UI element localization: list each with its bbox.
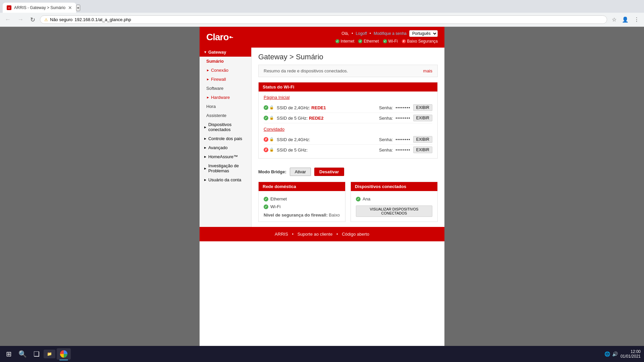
investigacao-arrow: ► [204, 167, 207, 170]
avancado-arrow: ► [204, 146, 207, 149]
connected-devices-box: Dispositivos conectados Ana VISUALIZAR D… [351, 182, 438, 222]
guest-ssid-5-lock-icon: 🔒 [269, 147, 274, 152]
pagina-inicial-link[interactable]: Página Inicial [264, 95, 432, 100]
sidebar-item-hora[interactable]: Hora [200, 102, 251, 111]
ssid-5-lock-icon: 🔒 [269, 116, 274, 120]
internet-status-icon [335, 39, 339, 43]
menu-button[interactable]: ⋮ [632, 15, 641, 24]
ssid-24-exibir-button[interactable]: EXIBIR [413, 104, 432, 111]
new-tab-button[interactable]: + [76, 5, 80, 11]
ssid-5-name-link[interactable]: REDE2 [309, 116, 323, 121]
forward-button[interactable]: → [15, 15, 25, 24]
sidebar: ▼ Gateway Sumário ► Conexão ► Firewall [200, 48, 252, 227]
bullet-sep2: • [370, 31, 371, 36]
guest-ssid-24-row: 🔒 SSID de 2,4GHz: Senha: •••••••• EXIBIR [264, 134, 432, 145]
ethernet-status: Ethernet [358, 39, 379, 44]
sidebar-item-avancado[interactable]: ► Avançado [200, 143, 251, 152]
bridge-mode-row: Modo Bridge: Ativar Desativar [258, 164, 438, 180]
volume-icon[interactable]: 🔊 [612, 351, 618, 357]
not-secure-label: Não seguro [50, 17, 72, 22]
sidebar-item-software[interactable]: Software [200, 84, 251, 93]
internet-status-label: Internet [341, 39, 355, 44]
wifi-status-box: Status do Wi-Fi Página Inicial 🔒 [258, 82, 438, 159]
wifi-check-icon [264, 204, 268, 209]
firewall-arrow: ► [206, 77, 210, 81]
language-select[interactable]: Português English [409, 30, 438, 37]
guest-ssid-5-password: Senha: •••••••• EXIBIR [379, 146, 432, 153]
sidebar-item-usuario[interactable]: ► Usuário da conta [200, 175, 251, 184]
footer-support-link[interactable]: Suporte ao cliente [298, 232, 333, 237]
ethernet-status-icon [358, 39, 362, 43]
profile-button[interactable]: 👤 [620, 15, 631, 24]
modify-password-link[interactable]: Modifique a senha [374, 31, 407, 36]
wifi-status-icon [383, 39, 387, 43]
claro-logo: Claro- [206, 32, 233, 43]
address-bar[interactable]: ⚠ Não seguro 192.168.0.1/at_a_glance.php [40, 15, 607, 24]
file-explorer-taskbar[interactable]: 📁 [44, 350, 55, 358]
internet-status: Internet [335, 39, 355, 44]
ethernet-status-label: Ethernet [364, 39, 379, 44]
search-button[interactable]: 🔍 [16, 348, 30, 360]
footer-arris: ARRIS [275, 232, 288, 237]
task-view-button[interactable]: ❑ [31, 348, 42, 360]
homeassure-arrow: ► [204, 155, 207, 159]
desativar-button[interactable]: Desativar [314, 168, 344, 176]
conexao-arrow: ► [206, 68, 210, 72]
taskbar: ⊞ 🔍 ❑ 📁 🌐 🔊 12:00 01/01/2021 [0, 346, 644, 362]
view-devices-button[interactable]: VISUALIZAR DISPOSITIVOS CONECTADOS [356, 205, 432, 217]
firewall-security-level: Nível de segurança do firewall: Baixo [264, 213, 340, 218]
wifi-status-label: Wi-Fi [388, 39, 398, 44]
tab-close-button[interactable]: ✕ [68, 5, 72, 10]
start-button[interactable]: ⊞ [3, 348, 14, 360]
ssid-24-name-link[interactable]: REDE1 [311, 105, 326, 110]
dispositivos-arrow: ► [204, 125, 207, 129]
guest-ssid-5-exibir-button[interactable]: EXIBIR [413, 146, 432, 153]
sidebar-item-hardware[interactable]: ► Hardware [200, 93, 251, 102]
system-icons: 🌐 🔊 [604, 351, 618, 357]
convidado-link[interactable]: Convidado [264, 127, 432, 132]
ethernet-row: Ethernet [264, 195, 340, 203]
footer-open-code-link[interactable]: Código aberto [342, 232, 369, 237]
reload-button[interactable]: ↻ [28, 15, 37, 25]
hardware-arrow: ► [206, 96, 210, 99]
ssid-5-status-icon [264, 116, 268, 120]
guest-ssid-5-status-icon [264, 147, 268, 152]
sidebar-item-gateway[interactable]: ▼ Gateway [200, 48, 251, 57]
sidebar-item-investigacao[interactable]: ► Investigação de Problemas [200, 161, 251, 175]
sidebar-item-homeassure[interactable]: ► HomeAssure™ [200, 152, 251, 161]
more-link[interactable]: mais [423, 68, 432, 73]
device-name-row: Ana [356, 195, 432, 203]
browser-tab[interactable]: A ARRIS - Gateway > Sumário ✕ [3, 3, 76, 13]
sidebar-item-conexao[interactable]: ► Conexão [200, 66, 251, 75]
guest-ssid-24-lock-icon: 🔒 [269, 137, 274, 142]
sidebar-item-sumario[interactable]: Sumário [200, 57, 251, 66]
network-icon[interactable]: 🌐 [604, 351, 610, 357]
home-network-header: Rede doméstica [259, 182, 345, 191]
ssid-5-password: Senha: •••••••• EXIBIR [379, 115, 432, 121]
controle-arrow: ► [204, 137, 207, 140]
guest-ssid-24-status-icon [264, 137, 268, 142]
tab-favicon: A [7, 5, 11, 10]
ativar-button[interactable]: Ativar [290, 168, 311, 176]
chrome-taskbar[interactable] [57, 348, 71, 360]
device-check-icon [356, 197, 361, 201]
guest-ssid-24-exibir-button[interactable]: EXIBIR [413, 136, 432, 143]
home-network-box: Rede doméstica Ethernet Wi-Fi [258, 182, 345, 222]
sidebar-item-assistente[interactable]: Assistente [200, 111, 251, 120]
bullet-sep: • [352, 31, 353, 36]
sidebar-item-controle[interactable]: ► Controle dos pais [200, 134, 251, 143]
taskbar-clock[interactable]: 12:00 01/01/2021 [621, 349, 641, 359]
security-status-label: Baixo Segurança [407, 39, 438, 44]
back-button[interactable]: ← [3, 15, 13, 24]
tab-title: ARRIS - Gateway > Sumário [14, 5, 65, 10]
router-footer: ARRIS • Suporte ao cliente • Código aber… [200, 227, 444, 241]
ssid-24-password: Senha: •••••••• EXIBIR [379, 104, 432, 111]
sidebar-item-dispositivos[interactable]: ► Dispositivos conectados [200, 120, 251, 134]
sidebar-item-firewall[interactable]: ► Firewall [200, 75, 251, 84]
url-display: 192.168.0.1/at_a_glance.php [74, 17, 131, 22]
guest-ssid-5-row: 🔒 SSID de 5 GHz: Senha: •••••••• EXIBIR [264, 145, 432, 155]
bookmark-button[interactable]: ☆ [610, 15, 619, 24]
ssid-24-row: 🔒 SSID de 2,4GHz: REDE1 Senha: •••••••• … [264, 103, 432, 113]
ssid-5-exibir-button[interactable]: EXIBIR [413, 115, 432, 121]
logoff-link[interactable]: Logoff [356, 31, 367, 36]
